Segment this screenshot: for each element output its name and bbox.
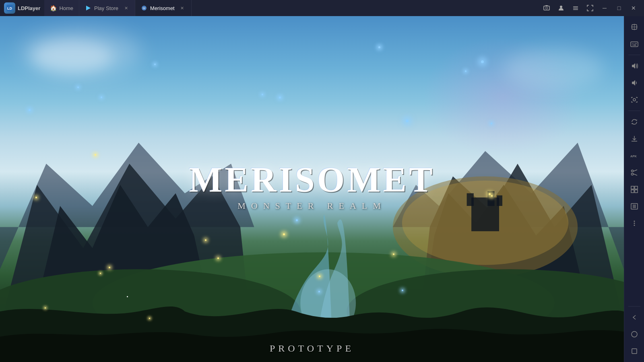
svg-rect-20 <box>471 197 499 231</box>
merisomet-tab-icon: M <box>141 5 147 11</box>
sidebar-more-btn[interactable] <box>627 216 642 231</box>
right-sidebar: APK <box>624 16 644 362</box>
logo-icon: LD <box>4 2 15 14</box>
main-area: MERISOMET MONSTER REALM PROTOTYPE <box>0 16 644 362</box>
svg-text:LD: LD <box>7 6 12 10</box>
sidebar-list-btn[interactable] <box>627 199 642 214</box>
close-ctrl-btn[interactable]: ✕ <box>627 2 640 14</box>
svg-line-46 <box>633 170 637 171</box>
app-logo: LD LDPlayer <box>0 2 44 14</box>
merisomet-tab-close[interactable]: ✕ <box>179 5 186 11</box>
svg-rect-51 <box>635 190 638 193</box>
sidebar-volume-down-btn[interactable] <box>627 75 642 90</box>
home-tab-icon: 🏠 <box>50 5 56 11</box>
game-subtitle: MONSTER REALM <box>189 201 435 211</box>
svg-rect-31 <box>631 42 638 47</box>
svg-rect-50 <box>631 190 634 193</box>
tabs-area: 🏠 Home Play Store ✕ M Merisomet ✕ <box>44 0 536 16</box>
svg-point-44 <box>631 170 633 172</box>
sidebar-screenshot-game-btn[interactable] <box>627 92 642 107</box>
playstore-tab-close[interactable]: ✕ <box>123 5 129 11</box>
home-tab-label: Home <box>59 5 73 11</box>
sidebar-volume-up-btn[interactable] <box>627 58 642 74</box>
game-viewport[interactable]: MERISOMET MONSTER REALM PROTOTYPE <box>0 16 624 362</box>
tab-merisomet[interactable]: M Merisomet ✕ <box>135 0 192 16</box>
svg-rect-5 <box>544 6 549 10</box>
svg-rect-11 <box>573 9 578 10</box>
svg-rect-22 <box>487 191 494 206</box>
svg-rect-48 <box>631 186 634 189</box>
sidebar-overview-btn[interactable] <box>627 343 642 359</box>
svg-rect-9 <box>573 6 578 7</box>
sidebar-scissors-btn[interactable] <box>627 165 642 180</box>
sidebar-multi-btn[interactable] <box>627 182 642 197</box>
sidebar-install-btn[interactable] <box>627 131 642 146</box>
game-title-area: MERISOMET MONSTER REALM <box>189 162 435 211</box>
merisomet-tab-label: Merisomet <box>150 5 175 11</box>
svg-line-47 <box>633 174 637 175</box>
titlebar-controls: ─ □ ✕ <box>536 2 644 14</box>
sidebar-divider-2 <box>628 111 640 111</box>
game-title: MERISOMET <box>189 162 435 197</box>
logo-text: LDPlayer <box>18 5 40 11</box>
sidebar-home-nav-btn[interactable] <box>627 327 642 342</box>
prototype-text: PROTOTYPE <box>270 343 354 354</box>
screenshot-ctrl-btn[interactable] <box>540 2 553 14</box>
svg-rect-21 <box>467 193 474 206</box>
svg-marker-39 <box>632 80 635 86</box>
fullscreen-ctrl-btn[interactable] <box>584 2 597 14</box>
account-ctrl-btn[interactable] <box>555 2 568 14</box>
sidebar-divider-bottom <box>628 306 640 306</box>
svg-rect-23 <box>497 195 502 206</box>
menu-ctrl-btn[interactable] <box>569 2 582 14</box>
svg-text:APK: APK <box>630 154 637 158</box>
maximize-ctrl-btn[interactable]: □ <box>613 2 625 14</box>
playstore-tab-label: Play Store <box>94 5 118 11</box>
svg-point-8 <box>560 6 562 8</box>
tab-home[interactable]: 🏠 Home <box>44 0 79 16</box>
svg-point-6 <box>546 7 548 9</box>
minimize-ctrl-btn[interactable]: ─ <box>598 2 611 14</box>
svg-rect-49 <box>635 186 638 189</box>
sidebar-apk-btn[interactable]: APK <box>627 148 642 163</box>
svg-point-59 <box>632 331 637 337</box>
playstore-tab-icon <box>85 5 91 11</box>
svg-rect-60 <box>632 349 637 354</box>
svg-marker-2 <box>86 6 91 10</box>
svg-rect-10 <box>573 8 578 9</box>
svg-point-45 <box>631 173 633 175</box>
sidebar-back-btn[interactable] <box>627 310 642 325</box>
sidebar-divider-1 <box>628 55 640 55</box>
tab-playstore[interactable]: Play Store ✕ <box>79 0 135 16</box>
svg-point-40 <box>633 99 636 101</box>
sidebar-sync-btn[interactable] <box>627 114 642 130</box>
svg-rect-7 <box>545 5 548 6</box>
svg-text:M: M <box>143 7 145 10</box>
sidebar-joystick-btn[interactable] <box>627 19 642 35</box>
titlebar: LD LDPlayer 🏠 Home Play Store ✕ <box>0 0 644 16</box>
svg-point-58 <box>634 225 635 226</box>
svg-marker-38 <box>632 63 635 69</box>
sidebar-keyboard-btn[interactable] <box>627 36 642 51</box>
prototype-badge: PROTOTYPE <box>270 343 354 354</box>
svg-point-56 <box>634 221 635 222</box>
svg-point-57 <box>634 223 635 224</box>
